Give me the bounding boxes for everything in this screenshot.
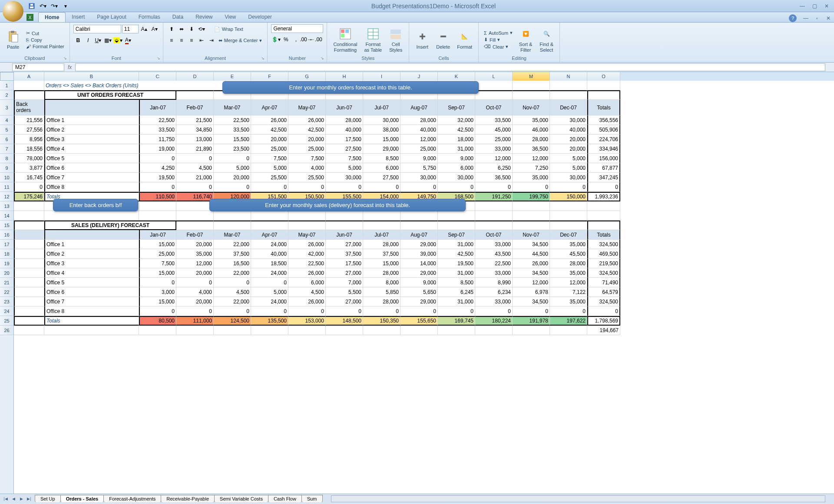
cell[interactable]: 27,556: [14, 125, 44, 135]
cell[interactable]: 0: [139, 182, 176, 192]
row-header-18[interactable]: 18: [0, 249, 13, 259]
sheet-tab-set-up[interactable]: Set Up: [35, 495, 61, 502]
cell[interactable]: [400, 221, 438, 230]
format-cells-button[interactable]: 📐Format: [454, 29, 475, 50]
row-header-22[interactable]: 22: [0, 287, 13, 297]
merge-center-button[interactable]: ⬌Merge & Center▾: [217, 36, 264, 45]
decrease-decimal-icon[interactable]: ←.00: [311, 35, 321, 44]
cell[interactable]: [44, 230, 139, 240]
cell[interactable]: 324,500: [587, 297, 620, 306]
cell[interactable]: Apr-07: [251, 230, 288, 240]
autosum-button[interactable]: Σ AutoSum▾: [482, 30, 514, 36]
cell[interactable]: 0: [587, 306, 620, 316]
cell[interactable]: [550, 326, 587, 335]
cell[interactable]: 0: [139, 154, 176, 163]
cell[interactable]: 191,250: [475, 192, 513, 201]
cell[interactable]: [513, 81, 550, 90]
cell[interactable]: 0: [288, 182, 326, 192]
cell[interactable]: [438, 211, 475, 221]
bold-button[interactable]: B: [73, 36, 83, 45]
cell[interactable]: 35,000: [550, 268, 587, 278]
cell[interactable]: 36,500: [513, 144, 550, 154]
cell[interactable]: [326, 326, 363, 335]
font-name-select[interactable]: [73, 25, 121, 33]
cell[interactable]: 30,000: [438, 173, 475, 182]
sheet-tab-receivable-payable[interactable]: Receivable-Payable: [161, 495, 215, 502]
col-header-J[interactable]: J: [400, 72, 438, 81]
cell[interactable]: Oct-07: [475, 100, 513, 115]
cell[interactable]: 20,000: [176, 240, 214, 249]
tab-review[interactable]: Review: [189, 12, 218, 22]
cell[interactable]: [14, 81, 44, 90]
cell[interactable]: Totals: [44, 316, 139, 326]
cell[interactable]: 24,000: [251, 240, 288, 249]
cell[interactable]: 9,000: [400, 278, 438, 287]
cell[interactable]: 8,500: [438, 278, 475, 287]
doc-close-button[interactable]: ✕: [823, 14, 834, 22]
cell[interactable]: [363, 211, 400, 221]
undo-icon[interactable]: ↶▾: [38, 1, 48, 11]
fx-icon[interactable]: fx: [68, 64, 72, 70]
cell[interactable]: 15,000: [139, 240, 176, 249]
cell[interactable]: 8,956: [14, 135, 44, 144]
row-header-6[interactable]: 6: [0, 135, 13, 144]
cell[interactable]: 37,500: [363, 249, 400, 259]
horizontal-scrollbar[interactable]: [331, 495, 826, 502]
cell[interactable]: 0: [288, 306, 326, 316]
sheet-tab-forecast-adjustments[interactable]: Forecast-Adjustments: [103, 495, 161, 502]
cell[interactable]: 33,500: [214, 125, 251, 135]
cell[interactable]: 194,667: [587, 326, 620, 335]
cell[interactable]: 1,798,569: [587, 316, 620, 326]
cell[interactable]: 25,500: [251, 173, 288, 182]
tab-data[interactable]: Data: [166, 12, 189, 22]
cell[interactable]: 0: [475, 306, 513, 316]
sheet-tab-orders---sales[interactable]: Orders - Sales: [60, 495, 104, 502]
cell[interactable]: 150,350: [363, 316, 400, 326]
cell[interactable]: 25,000: [251, 144, 288, 154]
sheet-tab-sum[interactable]: Sum: [301, 495, 323, 502]
cell[interactable]: Office 2: [44, 125, 139, 135]
cell[interactable]: 20,000: [288, 135, 326, 144]
cell[interactable]: [513, 90, 550, 100]
col-header-L[interactable]: L: [475, 72, 513, 81]
cell[interactable]: 3,877: [14, 163, 44, 173]
col-header-G[interactable]: G: [288, 72, 326, 81]
last-sheet-button[interactable]: ▶|: [25, 495, 33, 503]
cell[interactable]: 42,500: [438, 125, 475, 135]
cell[interactable]: 17,500: [326, 259, 363, 268]
cell[interactable]: 46,000: [513, 125, 550, 135]
cell[interactable]: 33,000: [475, 240, 513, 249]
tab-page-layout[interactable]: Page Layout: [91, 12, 132, 22]
cell[interactable]: 0: [513, 182, 550, 192]
cell[interactable]: 28,000: [513, 135, 550, 144]
delete-cells-button[interactable]: ➖Delete: [434, 29, 453, 50]
cell[interactable]: 5,000: [326, 163, 363, 173]
cell[interactable]: 180,224: [475, 316, 513, 326]
cell[interactable]: Back orders: [14, 100, 44, 115]
cell[interactable]: Aug-07: [400, 230, 438, 240]
cell[interactable]: 40,000: [400, 125, 438, 135]
cell[interactable]: 25,500: [288, 173, 326, 182]
cell[interactable]: 0: [14, 182, 44, 192]
cell[interactable]: 1,993,236: [587, 192, 620, 201]
font-launcher[interactable]: ↘: [157, 56, 162, 61]
cell[interactable]: 469,500: [587, 249, 620, 259]
cell[interactable]: 197,622: [550, 316, 587, 326]
cell[interactable]: [475, 326, 513, 335]
cell[interactable]: Apr-07: [251, 100, 288, 115]
clear-button[interactable]: ⌫ Clear▾: [482, 43, 514, 50]
cell[interactable]: 24,000: [251, 297, 288, 306]
cell[interactable]: 37,500: [214, 249, 251, 259]
cell[interactable]: [587, 90, 620, 100]
cell[interactable]: 18,500: [251, 259, 288, 268]
cell[interactable]: [14, 306, 44, 316]
cell[interactable]: 15,000: [363, 135, 400, 144]
cell[interactable]: [176, 326, 214, 335]
cell[interactable]: 30,000: [550, 173, 587, 182]
col-header-E[interactable]: E: [214, 72, 251, 81]
cell[interactable]: 150,000: [550, 192, 587, 201]
name-box[interactable]: [12, 63, 64, 71]
row-header-26[interactable]: 26: [0, 326, 13, 335]
cell[interactable]: [14, 326, 44, 335]
row-header-5[interactable]: 5: [0, 125, 13, 135]
